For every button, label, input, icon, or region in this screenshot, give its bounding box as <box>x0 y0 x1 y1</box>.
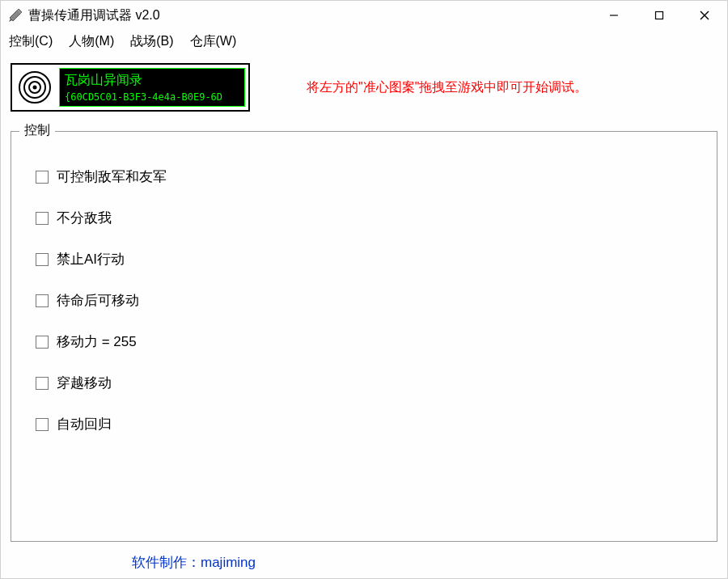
checkbox-box[interactable] <box>36 418 49 431</box>
main-window: 曹操传通用调试器 v2.0 控制(C) 人物(M) 战场(B) 仓库(W) <box>0 0 728 579</box>
menu-control[interactable]: 控制(C) <box>9 33 53 50</box>
game-guid-label: {60CD5C01-B3F3-4e4a-B0E9-6D <box>65 91 239 103</box>
close-button[interactable] <box>682 1 727 30</box>
menu-battlefield[interactable]: 战场(B) <box>130 33 173 50</box>
maximize-button[interactable] <box>637 1 682 30</box>
crosshair-icon[interactable] <box>15 68 54 107</box>
checkbox-box[interactable] <box>36 253 49 266</box>
checkbox-label: 禁止AI行动 <box>57 250 125 268</box>
checkbox-auto-return[interactable]: 自动回归 <box>36 415 717 433</box>
checkbox-label: 移动力 = 255 <box>57 332 137 351</box>
window-controls <box>591 1 727 30</box>
checkbox-box[interactable] <box>36 294 49 307</box>
checkbox-label: 自动回归 <box>57 415 112 433</box>
app-icon <box>7 7 23 23</box>
checkbox-disable-ai[interactable]: 禁止AI行动 <box>36 250 717 268</box>
minimize-button[interactable] <box>591 1 637 30</box>
game-name-label: 瓦岗山异闻录 <box>65 72 239 89</box>
checkbox-move-after-standby[interactable]: 待命后可移动 <box>36 291 717 310</box>
drag-handle-box[interactable]: 瓦岗山异闻录 {60CD5C01-B3F3-4e4a-B0E9-6D <box>11 63 250 112</box>
svg-rect-1 <box>656 12 663 19</box>
checkbox-label: 待命后可移动 <box>57 291 139 310</box>
groupbox-title: 控制 <box>19 122 55 139</box>
checkbox-box[interactable] <box>36 377 49 390</box>
control-groupbox: 控制 可控制敌军和友军 不分敌我 禁止AI行动 待命后可移动 <box>11 131 717 542</box>
checkbox-move-255[interactable]: 移动力 = 255 <box>36 332 717 351</box>
checkbox-box[interactable] <box>36 171 49 184</box>
footer-credit: 软件制作：majiming <box>11 542 717 578</box>
top-row: 瓦岗山异闻录 {60CD5C01-B3F3-4e4a-B0E9-6D 将左方的"… <box>11 63 717 112</box>
titlebar[interactable]: 曹操传通用调试器 v2.0 <box>1 1 727 30</box>
menu-character[interactable]: 人物(M) <box>69 33 114 50</box>
menu-inventory[interactable]: 仓库(W) <box>190 33 237 50</box>
checkbox-label: 穿越移动 <box>57 374 112 392</box>
checkbox-box[interactable] <box>36 336 49 349</box>
checkbox-pass-through[interactable]: 穿越移动 <box>36 374 717 392</box>
content-area: 瓦岗山异闻录 {60CD5C01-B3F3-4e4a-B0E9-6D 将左方的"… <box>1 55 727 578</box>
game-info-box: 瓦岗山异闻录 {60CD5C01-B3F3-4e4a-B0E9-6D <box>59 68 245 107</box>
checkbox-label: 不分敌我 <box>57 209 112 227</box>
checkbox-control-enemy-ally[interactable]: 可控制敌军和友军 <box>36 167 717 186</box>
svg-point-7 <box>33 86 37 90</box>
checkbox-list: 可控制敌军和友军 不分敌我 禁止AI行动 待命后可移动 移动力 = 255 <box>11 143 717 433</box>
window-title: 曹操传通用调试器 v2.0 <box>28 7 591 24</box>
hint-text: 将左方的"准心图案"拖拽至游戏中即可开始调试。 <box>307 79 587 96</box>
checkbox-box[interactable] <box>36 212 49 225</box>
checkbox-label: 可控制敌军和友军 <box>57 167 167 186</box>
menubar: 控制(C) 人物(M) 战场(B) 仓库(W) <box>1 30 727 55</box>
checkbox-no-faction[interactable]: 不分敌我 <box>36 209 717 227</box>
